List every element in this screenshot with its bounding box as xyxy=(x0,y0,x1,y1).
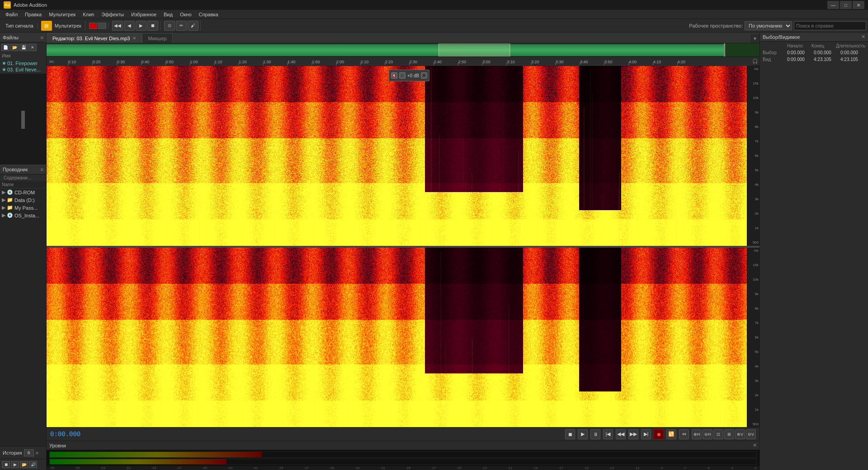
files-open-btn[interactable]: 📂 xyxy=(10,44,19,51)
nav-btn-2[interactable]: ◀ xyxy=(124,21,135,31)
search-input[interactable] xyxy=(794,21,866,30)
svg-text:3:10: 3:10 xyxy=(507,60,515,64)
maximize-button[interactable]: □ xyxy=(840,1,852,9)
explorer-panel-title: Проводник xyxy=(3,167,28,172)
menu-file[interactable]: Файл xyxy=(2,11,21,18)
ruler-headphone[interactable]: 🎧 xyxy=(750,59,760,64)
tree-item-data[interactable]: ▶ 📁 Data (D:) xyxy=(0,196,46,204)
fast-forward-btn[interactable]: ▶▶ xyxy=(628,429,638,439)
view-dur-val: 4:23.105 xyxy=(840,57,865,62)
loop-btn[interactable]: 🔁 xyxy=(666,429,676,439)
freq-9k-lower: 9k xyxy=(748,292,759,296)
workspace-area: Рабочее пространство: По умолчанию xyxy=(689,21,866,30)
in-out-btn[interactable]: ⇔ xyxy=(679,429,689,439)
file-item-1[interactable]: 01. Firepower xyxy=(1,60,45,66)
levels-close[interactable]: ✕ xyxy=(753,442,757,448)
nav-scroll-left[interactable] xyxy=(21,111,25,129)
level-fill-l xyxy=(50,452,262,457)
freq-1k: 1k xyxy=(748,226,759,230)
small-play-btn[interactable]: ▶ xyxy=(11,461,19,468)
color-red[interactable] xyxy=(89,23,97,29)
zoom-fit-btn[interactable]: ⊞ xyxy=(724,429,734,439)
sel-row-label: Выбор xyxy=(763,50,785,55)
files-toolbar: 📄 📂 💾 ✕ xyxy=(0,42,46,52)
editor-tab[interactable]: Редактор: 03. Evil Never Dies.mp3 ✕ xyxy=(47,33,142,43)
menu-clip[interactable]: Клип xyxy=(79,11,98,18)
menu-effects[interactable]: Эффекты xyxy=(98,11,127,18)
files-close-btn[interactable]: ✕ xyxy=(28,44,37,51)
tab-menu-btn[interactable]: ▼ xyxy=(750,34,760,43)
tool-brush[interactable]: 🖌 xyxy=(188,21,198,31)
small-stop-btn[interactable]: ⏹ xyxy=(2,461,10,468)
waveform-overview[interactable] xyxy=(47,43,760,57)
svg-text:0:40: 0:40 xyxy=(141,60,149,64)
svg-rect-1 xyxy=(47,44,724,56)
selection-panel-close[interactable]: ✕ xyxy=(861,34,865,40)
play-btn[interactable]: ▶ xyxy=(578,429,588,439)
menu-view[interactable]: Вид xyxy=(160,11,176,18)
workspace-dropdown[interactable]: По умолчанию xyxy=(745,21,792,30)
editor-tab-close[interactable]: ✕ xyxy=(132,36,136,41)
svg-text:3:30: 3:30 xyxy=(556,60,564,64)
popup-close-btn[interactable]: ✕ xyxy=(421,72,427,79)
zoom-controls: ⊕H ⊖H ⊡ ⊞ ⊕V ⊖V xyxy=(692,429,756,439)
zoom-in-v-btn[interactable]: ⊕V xyxy=(735,429,745,439)
file-item-2[interactable]: 03. Evil Neve... xyxy=(1,66,45,73)
menu-edit[interactable]: Правка xyxy=(21,11,45,18)
nav-btn-1[interactable]: ◀◀ xyxy=(112,21,123,31)
popup-mute-btn[interactable]: 🔇 xyxy=(391,72,397,79)
pause-btn[interactable]: ⏸ xyxy=(590,429,600,439)
file-dot-1 xyxy=(3,62,5,65)
history-b-btn[interactable]: B xyxy=(24,449,34,456)
zoom-out-v-btn[interactable]: ⊖V xyxy=(746,429,756,439)
svg-text:3:00: 3:00 xyxy=(482,60,491,64)
lower-spectrogram-container: Hz 15k 10k 9k 8k 7k 6k 5k 4k 3k 2k 1k 50… xyxy=(47,248,760,428)
sel-start-val: 0:00.000 xyxy=(787,50,812,55)
close-button[interactable]: ✕ xyxy=(853,1,864,9)
stop-btn[interactable]: ⏹ xyxy=(565,429,575,439)
upper-spectrogram-container: 🔇 ○ +0 dB ✕ Hz 15k 10k 9k 8k 7k 6k xyxy=(47,66,760,246)
small-folder-btn[interactable]: 📂 xyxy=(20,461,28,468)
rewind-to-start-btn[interactable]: |◀ xyxy=(603,429,613,439)
db-minus11: -11 xyxy=(634,466,640,470)
tool-lasso[interactable]: ⊙ xyxy=(164,21,175,31)
tree-item-cdrom[interactable]: ▶ 💿 CD-ROM xyxy=(0,188,46,196)
minimize-button[interactable]: — xyxy=(827,1,839,9)
tree-item-os[interactable]: ▶ 💿 OS_Insta... xyxy=(0,212,46,219)
editor-tab-label: Редактор: 03. Evil Never Dies.mp3 xyxy=(52,36,130,41)
files-new-btn[interactable]: 📄 xyxy=(1,44,9,51)
mixer-tab[interactable]: Микшер xyxy=(142,33,172,43)
fast-rewind-btn[interactable]: ◀◀ xyxy=(616,429,626,439)
svg-text:4:00: 4:00 xyxy=(628,60,637,64)
record-btn[interactable]: ⏺ xyxy=(654,429,664,439)
zoom-out-h-btn[interactable]: ⊖H xyxy=(703,429,712,439)
menu-window[interactable]: Окно xyxy=(176,11,195,18)
tree-icon-cdrom: 💿 xyxy=(7,189,13,195)
db-minus29: -29 xyxy=(406,466,411,470)
explorer-collapse[interactable]: ≡ xyxy=(41,167,43,172)
zoom-selection-btn[interactable]: ⊡ xyxy=(713,429,723,439)
multitrack-btn[interactable]: ▤ xyxy=(41,21,52,31)
freq-7k: 7k xyxy=(748,139,759,143)
zoom-in-h-btn[interactable]: ⊕H xyxy=(692,429,702,439)
ruler-ticks-container: 0:10 0:20 0:30 0:40 0:50 1:00 1:10 xyxy=(54,57,750,66)
history-menu[interactable]: ≡ xyxy=(36,450,38,456)
nav-btn-4[interactable]: ⏹ xyxy=(147,21,158,31)
forward-to-end-btn[interactable]: ▶| xyxy=(641,429,651,439)
menu-multitrack[interactable]: Мультитрек xyxy=(45,11,79,18)
menu-help[interactable]: Справка xyxy=(195,11,222,18)
files-panel-collapse[interactable]: ≡ xyxy=(41,35,43,40)
svg-text:0:50: 0:50 xyxy=(165,60,174,64)
color-gray[interactable] xyxy=(98,23,106,29)
tree-item-mypass[interactable]: ▶ 📁 My Pass... xyxy=(0,204,46,212)
menu-favorites[interactable]: Избранное xyxy=(127,11,160,18)
db-minus45: -45 xyxy=(202,466,208,470)
small-speaker-btn[interactable]: 🔊 xyxy=(29,461,37,468)
mixer-tab-label: Микшер xyxy=(148,36,166,41)
nav-btn-3[interactable]: ▶ xyxy=(136,21,146,31)
toolbar-mode-group: Тип сигнала xyxy=(2,23,38,28)
files-save-btn[interactable]: 💾 xyxy=(19,44,28,51)
view-row-label: Вид xyxy=(763,57,785,62)
popup-solo-btn[interactable]: ○ xyxy=(399,72,406,79)
tool-pen[interactable]: ✏ xyxy=(176,21,187,31)
